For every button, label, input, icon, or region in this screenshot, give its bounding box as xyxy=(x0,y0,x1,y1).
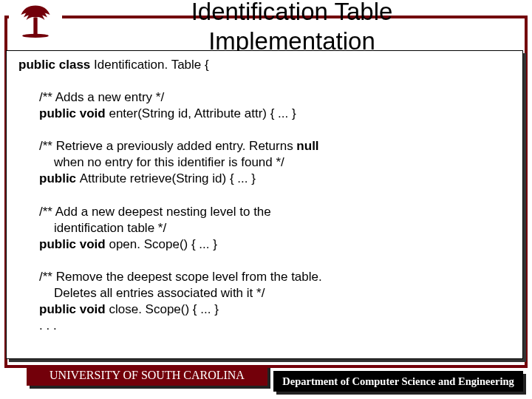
code-box: public class Identification. Table { /**… xyxy=(6,50,523,359)
footer-department-name: Department of Computer Science and Engin… xyxy=(273,371,523,392)
retrieve-signature: public Attribute retrieve(String id) { .… xyxy=(18,171,511,187)
university-logo xyxy=(9,1,62,43)
enter-comment: /** Adds a new entry */ xyxy=(18,89,511,106)
footer-university-name: UNIVERSITY OF SOUTH CAROLINA xyxy=(27,365,267,386)
class-declaration: public class Identification. Table { xyxy=(18,57,511,73)
retrieve-comment-line-1: /** Retrieve a previously added entry. R… xyxy=(18,138,511,154)
trailing-ellipsis: . . . xyxy=(18,318,511,334)
close-scope-comment-line-1: /** Remove the deepest scope level from … xyxy=(18,269,511,285)
retrieve-comment-line-2: when no entry for this identifier is fou… xyxy=(18,154,511,171)
slide-title: Identification Table Implementation xyxy=(0,0,532,55)
svg-rect-0 xyxy=(33,18,37,36)
close-scope-comment-line-2: Deletes all entries associated with it *… xyxy=(18,285,511,301)
enter-signature: public void enter(String id, Attribute a… xyxy=(18,106,511,122)
open-scope-comment-line-1: /** Add a new deepest nesting level to t… xyxy=(18,204,511,220)
close-scope-signature: public void close. Scope() { ... } xyxy=(18,301,511,318)
palmetto-tree-icon xyxy=(16,3,55,38)
svg-point-1 xyxy=(22,34,49,38)
title-line-1: Identification Table xyxy=(191,0,393,25)
open-scope-signature: public void open. Scope() { ... } xyxy=(18,236,511,253)
open-scope-comment-line-2: identification table */ xyxy=(18,220,511,236)
